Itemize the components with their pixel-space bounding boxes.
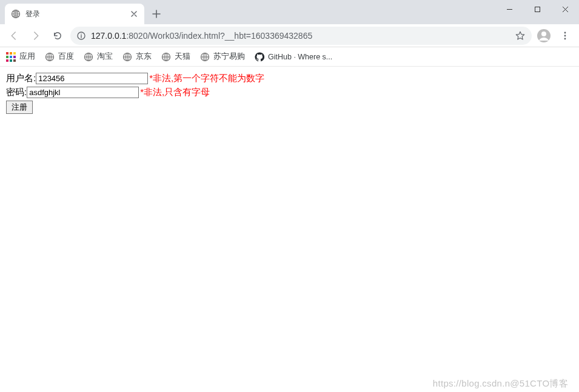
bookmark-label: 京东	[136, 51, 152, 62]
bookmark-star-icon[interactable]	[515, 30, 526, 41]
username-input[interactable]	[36, 73, 148, 84]
apps-icon	[6, 52, 16, 62]
password-error: *非法,只含有字母	[140, 87, 210, 98]
password-label: 密码:	[6, 87, 27, 98]
new-tab-button[interactable]	[148, 5, 165, 22]
bookmark-label: 苏宁易购	[213, 51, 245, 62]
username-row: 用户名: *非法,第一个字符不能为数字	[6, 73, 573, 84]
globe-icon	[11, 9, 21, 19]
maximize-button[interactable]	[523, 0, 551, 18]
bookmark-label: 淘宝	[97, 51, 113, 62]
globe-icon	[161, 52, 171, 62]
address-bar[interactable]: 127.0.0.1:8020/Work03/index.html?__hbt=1…	[70, 27, 532, 45]
url-port: :8020	[126, 31, 147, 41]
bookmark-github[interactable]: GitHub · Where s...	[255, 52, 332, 62]
bookmark-suning[interactable]: 苏宁易购	[200, 51, 245, 62]
svg-point-8	[564, 35, 566, 36]
svg-rect-2	[535, 7, 540, 12]
github-icon	[255, 52, 264, 62]
minimize-button[interactable]	[495, 0, 523, 18]
reload-button[interactable]	[49, 27, 67, 45]
close-tab-icon[interactable]	[130, 10, 138, 18]
url-path: /Work03/index.html?__hbt=1603369432865	[147, 31, 312, 41]
bookmark-apps[interactable]: 应用	[6, 51, 35, 62]
bookmark-label: 百度	[58, 51, 74, 62]
page-content: 用户名: *非法,第一个字符不能为数字 密码: *非法,只含有字母 注册	[0, 67, 579, 120]
bookmarks-bar: 应用 百度 淘宝 京东 天猫 苏宁易购 GitHub · Where s..	[0, 47, 579, 67]
menu-button[interactable]	[556, 27, 574, 45]
bookmark-taobao[interactable]: 淘宝	[84, 51, 113, 62]
bookmark-label: 应用	[19, 51, 35, 62]
bookmark-label: GitHub · Where s...	[268, 53, 332, 61]
username-error: *非法,第一个字符不能为数字	[149, 73, 264, 84]
url-host: 127.0.0.1	[91, 31, 126, 41]
bookmark-tmall[interactable]: 天猫	[161, 51, 190, 62]
globe-icon	[45, 52, 55, 62]
svg-point-9	[564, 38, 566, 39]
svg-point-6	[541, 32, 546, 36]
globe-icon	[200, 52, 210, 62]
globe-icon	[84, 52, 93, 62]
password-row: 密码: *非法,只含有字母	[6, 87, 573, 98]
close-window-button[interactable]	[551, 0, 579, 18]
globe-icon	[122, 52, 132, 62]
profile-avatar[interactable]	[535, 27, 552, 44]
browser-tab[interactable]: 登录	[5, 4, 144, 24]
site-info-icon[interactable]	[76, 31, 86, 41]
back-button[interactable]	[5, 27, 23, 45]
svg-point-4	[81, 33, 82, 35]
bookmark-baidu[interactable]: 百度	[45, 51, 74, 62]
browser-toolbar: 127.0.0.1:8020/Work03/index.html?__hbt=1…	[0, 24, 579, 47]
forward-button[interactable]	[27, 27, 45, 45]
register-button[interactable]: 注册	[6, 101, 33, 114]
password-input[interactable]	[27, 87, 139, 98]
username-label: 用户名:	[6, 73, 36, 84]
bookmark-jd[interactable]: 京东	[122, 51, 152, 62]
watermark: https://blog.csdn.n@51CTO博客	[433, 378, 568, 390]
url-text: 127.0.0.1:8020/Work03/index.html?__hbt=1…	[91, 31, 510, 41]
titlebar: 登录	[0, 0, 579, 24]
window-controls	[495, 0, 579, 18]
tab-title: 登录	[25, 9, 125, 19]
svg-point-7	[564, 32, 566, 33]
bookmark-label: 天猫	[175, 51, 190, 62]
submit-row: 注册	[6, 101, 573, 114]
